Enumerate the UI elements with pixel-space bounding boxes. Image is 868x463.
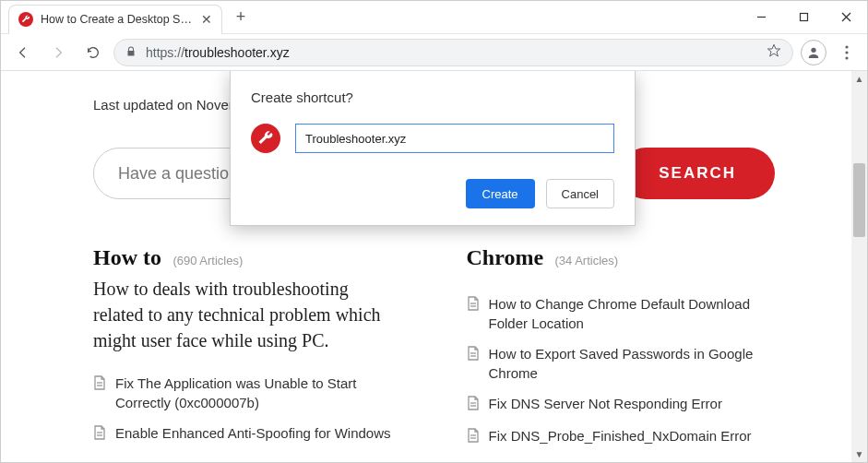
close-window-button[interactable]: [825, 3, 867, 32]
forward-button[interactable]: [43, 38, 73, 67]
titlebar: How to Create a Desktop Shortcu ✕ +: [1, 1, 867, 34]
article-link[interactable]: Fix The Application was Unable to Start …: [93, 374, 402, 412]
reload-button[interactable]: [78, 38, 108, 67]
scroll-down-icon[interactable]: ▼: [851, 446, 867, 462]
back-button[interactable]: [8, 38, 38, 67]
page-viewport: Last updated on November Have a question…: [1, 71, 867, 462]
article-link[interactable]: How to Export Saved Passwords in Google …: [467, 344, 776, 383]
wrench-favicon-large: [251, 124, 280, 153]
browser-tab[interactable]: How to Create a Desktop Shortcu ✕: [8, 5, 222, 34]
category-columns: How to (690 Articles) How to deals with …: [93, 245, 775, 458]
svg-point-7: [845, 51, 848, 53]
category-chrome: Chrome (34 Articles) How to Change Chrom…: [467, 245, 776, 458]
article-link[interactable]: Fix DNS Server Not Responding Error: [467, 394, 776, 415]
shortcut-name-input[interactable]: [295, 124, 614, 153]
browser-toolbar: https://troubleshooter.xyz: [1, 34, 867, 71]
cancel-button[interactable]: Cancel: [546, 179, 614, 208]
svg-point-5: [811, 47, 815, 52]
document-icon: [467, 428, 480, 447]
close-tab-icon[interactable]: ✕: [201, 12, 212, 27]
create-button[interactable]: Create: [466, 179, 535, 208]
category-count: (34 Articles): [555, 254, 619, 267]
category-heading[interactable]: Chrome: [467, 245, 544, 270]
category-heading[interactable]: How to: [93, 245, 161, 270]
more-menu-button[interactable]: [834, 40, 860, 65]
search-button[interactable]: SEARCH: [620, 148, 775, 199]
document-icon: [467, 296, 480, 315]
document-icon: [93, 375, 106, 395]
new-tab-button[interactable]: +: [228, 5, 254, 30]
document-icon: [467, 346, 480, 365]
scrollbar-thumb[interactable]: [853, 163, 865, 237]
article-link[interactable]: Enable Enhanced Anti-Spoofing for Window…: [93, 423, 402, 445]
search-placeholder: Have a question?: [118, 164, 247, 184]
document-icon: [467, 396, 480, 415]
window-controls: [740, 1, 867, 33]
tab-title: How to Create a Desktop Shortcu: [41, 13, 194, 26]
scroll-up-icon[interactable]: ▲: [851, 71, 867, 87]
dialog-title: Create shortcut?: [251, 89, 614, 105]
svg-marker-4: [767, 44, 779, 56]
create-shortcut-dialog: Create shortcut? Create Cancel: [230, 71, 636, 226]
bookmark-star-icon[interactable]: [767, 43, 781, 62]
minimize-button[interactable]: [740, 3, 782, 32]
svg-rect-1: [800, 14, 807, 21]
document-icon: [93, 425, 106, 445]
svg-point-6: [845, 45, 848, 48]
category-count: (690 Articles): [172, 254, 243, 267]
article-link[interactable]: How to Change Chrome Default Download Fo…: [467, 294, 776, 333]
wrench-favicon: [18, 12, 33, 27]
svg-point-8: [845, 56, 848, 59]
category-description: How to deals with troubleshooting relate…: [93, 276, 402, 353]
category-howto: How to (690 Articles) How to deals with …: [93, 245, 402, 458]
url-text: https://troubleshooter.xyz: [146, 45, 757, 60]
article-link[interactable]: Fix DNS_Probe_Finished_NxDomain Error: [467, 426, 776, 447]
vertical-scrollbar[interactable]: ▲ ▼: [851, 71, 867, 462]
maximize-button[interactable]: [782, 3, 825, 32]
lock-icon: [125, 44, 137, 61]
profile-button[interactable]: [801, 40, 826, 65]
address-bar[interactable]: https://troubleshooter.xyz: [113, 39, 793, 66]
